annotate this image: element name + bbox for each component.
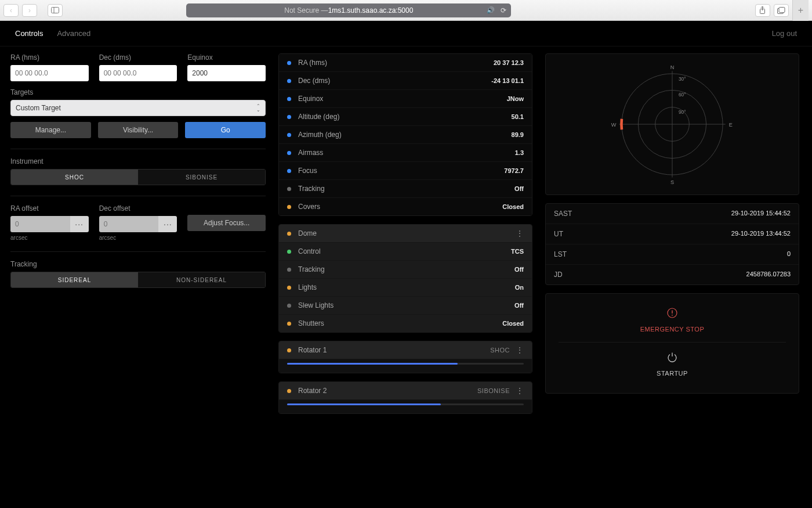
status-dot-icon [287,133,291,137]
svg-rect-0 [52,8,59,13]
rotator-2-label: Rotator 2 [298,387,327,395]
nav-back-button[interactable]: ‹ [3,4,19,17]
dec-offset-input[interactable] [99,216,159,232]
rotator-1-tag: SHOC [490,347,510,354]
status-label: Shutters [298,319,324,327]
svg-rect-5 [779,7,785,12]
status-label: Slew Lights [298,301,334,309]
rotator-1-label: Rotator 1 [298,346,327,354]
status-value: 20 37 12.3 [494,59,524,66]
ra-offset-input[interactable] [10,216,70,232]
tabs-button[interactable] [774,4,789,17]
status-value: Closed [502,320,524,327]
time-value: 29-10-2019 15:44:52 [731,210,791,218]
status-value: 7972.7 [504,167,524,174]
status-row: Equinox JNow [279,90,532,108]
dec-input[interactable] [99,65,177,81]
times-panel: SAST29-10-2019 15:44:52UT29-10-2019 13:4… [545,203,799,285]
status-label: Lights [298,283,317,291]
rotator-2-tag: SIBONISE [477,387,510,394]
dec-offset-menu[interactable]: ··· [158,216,177,232]
equinox-input[interactable] [187,65,266,81]
time-row: SAST29-10-2019 15:44:52 [546,204,799,224]
nav-forward-button[interactable]: › [22,4,37,17]
rotator-1-header: Rotator 1 SHOC ⋮ [279,341,532,359]
status-dot-icon [287,169,291,173]
targets-select[interactable]: Custom Target [10,100,266,116]
rotator-1-panel: Rotator 1 SHOC ⋮ [278,341,532,373]
sky-compass: N S E W 30° 60° 90° [545,53,799,195]
svg-text:E: E [729,122,733,128]
tracking-nonsidereal[interactable]: NON-SIDEREAL [138,272,265,287]
address-prefix: Not Secure — [284,6,328,15]
ra-offset-label: RA offset [10,204,89,212]
compass-icon: N S E W 30° 60° 90° [608,60,736,188]
startup-label: STARTUP [657,370,688,377]
sidebar-toggle-button[interactable] [48,4,63,17]
share-icon [759,6,766,14]
time-value: 29-10-2019 13:44:52 [731,230,791,238]
svg-text:30°: 30° [679,77,686,82]
emergency-stop-button[interactable]: EMERGENCY STOP [546,304,799,336]
tab-controls[interactable]: Controls [15,29,43,38]
svg-point-20 [672,315,673,316]
status-dot-icon [287,79,291,83]
dome-menu-button[interactable]: ⋮ [516,230,524,236]
status-dot-icon [287,268,291,272]
startup-button[interactable]: STARTUP [546,348,799,380]
time-label: UT [554,230,563,238]
instrument-sibonise[interactable]: SIBONISE [138,170,265,185]
status-dot-icon [287,151,291,155]
sound-icon[interactable]: 🔊 [487,6,495,14]
adjust-focus-button[interactable]: Adjust Focus... [187,215,266,231]
status-label: Azimuth (deg) [298,131,342,139]
logout-link[interactable]: Log out [772,29,797,38]
telescope-status-list: RA (hms) 20 37 12.3 Dec (dms) -24 13 01.… [278,53,532,216]
svg-text:S: S [670,179,674,185]
ra-offset-unit: arcsec [10,235,89,241]
status-row: Slew Lights Off [279,297,532,315]
instrument-shoc[interactable]: SHOC [11,170,138,185]
time-label: JD [554,271,563,279]
status-label: Control [298,247,321,255]
share-button[interactable] [755,4,770,17]
status-label: Equinox [298,95,323,103]
dome-header: Dome ⋮ [279,225,532,243]
status-value: Off [514,266,524,273]
manage-button[interactable]: Manage... [10,122,91,138]
targets-label: Targets [10,88,266,96]
status-label: Airmass [298,149,323,157]
rotator-1-progress [279,359,532,373]
tracking-label: Tracking [10,260,266,268]
status-value: 89.9 [512,131,524,138]
svg-text:60°: 60° [679,92,686,98]
status-dot-icon [287,286,291,290]
visibility-button[interactable]: Visibility... [98,122,179,138]
rotator-2-menu-button[interactable]: ⋮ [516,388,524,394]
browser-chrome: ‹ › Not Secure — 1ms1.suth.saao.ac.za:50… [0,0,812,21]
address-host: 1ms1.suth.saao.ac.za:5000 [328,6,414,15]
dome-header-label: Dome [298,229,317,237]
status-dot-icon [287,232,291,236]
address-bar[interactable]: Not Secure — 1ms1.suth.saao.ac.za:5000 🔊… [186,3,511,17]
targets-selected: Custom Target [16,104,61,112]
status-row: Focus 7972.7 [279,162,532,180]
status-row: Altitude (deg) 50.1 [279,108,532,126]
svg-text:90°: 90° [679,110,686,115]
actions-panel: EMERGENCY STOP STARTUP [545,293,799,394]
go-button[interactable]: Go [185,122,266,138]
time-row: JD2458786.07283 [546,265,799,284]
power-icon [667,352,677,365]
tab-advanced[interactable]: Advanced [57,29,90,38]
new-tab-button[interactable]: + [792,0,809,21]
reload-icon[interactable]: ⟳ [501,6,506,15]
status-value: -24 13 01.1 [491,77,524,84]
ra-offset-menu[interactable]: ··· [70,216,89,232]
status-dot-icon [287,348,291,352]
rotator-1-menu-button[interactable]: ⋮ [516,347,524,353]
status-row: Covers Closed [279,198,532,215]
ra-input[interactable] [10,65,89,81]
tracking-sidereal[interactable]: SIDEREAL [11,272,138,287]
status-row: RA (hms) 20 37 12.3 [279,54,532,72]
rotator-2-header: Rotator 2 SIBONISE ⋮ [279,382,532,400]
